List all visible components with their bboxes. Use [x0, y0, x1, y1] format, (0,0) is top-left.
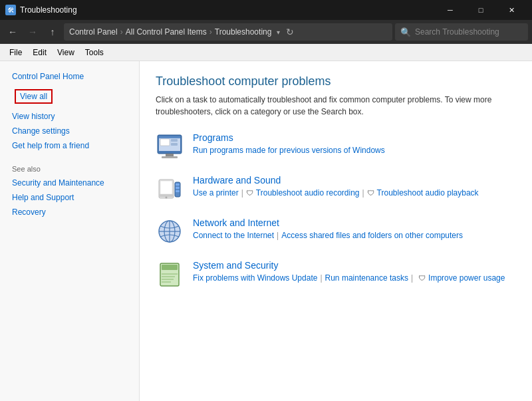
content-area: Troubleshoot computer problems Click on … [140, 61, 532, 401]
svg-rect-9 [160, 181, 172, 194]
hardware-icon [156, 175, 184, 203]
programs-content: Programs Run programs made for previous … [193, 132, 385, 155]
app-icon: 🛠 [5, 5, 16, 15]
hardware-links: Use a printer | 🛡 Troubleshoot audio rec… [193, 188, 479, 198]
hardware-link-audio-rec[interactable]: Troubleshoot audio recording [256, 188, 360, 198]
path-dropdown[interactable]: ▾ [277, 29, 280, 36]
svg-rect-3 [166, 154, 174, 156]
search-icon: 🔍 [400, 27, 411, 37]
menu-edit[interactable]: Edit [27, 46, 52, 59]
sidebar-get-help[interactable]: Get help from a friend [0, 138, 139, 153]
security-icon [156, 260, 184, 288]
path-all-items[interactable]: All Control Panel Items [126, 27, 207, 37]
security-title[interactable]: System and Security [193, 260, 505, 271]
content-description: Click on a task to automatically trouble… [156, 94, 501, 118]
svg-rect-15 [176, 190, 180, 192]
programs-links: Run programs made for previous versions … [193, 146, 385, 155]
search-box: 🔍 [395, 23, 528, 41]
close-button[interactable]: ✕ [496, 0, 527, 20]
security-content: System and Security Fix problems with Wi… [193, 260, 505, 283]
shield-icon-1: 🛡 [246, 189, 253, 197]
network-icon [156, 217, 184, 245]
sidebar: Control Panel Home View all View history… [0, 61, 140, 401]
path-control-panel[interactable]: Control Panel [69, 27, 118, 37]
menu-file[interactable]: File [4, 46, 27, 59]
address-bar: ← → ↑ Control Panel › All Control Panel … [0, 20, 532, 44]
minimize-button[interactable]: ─ [435, 0, 466, 20]
sidebar-change-settings[interactable]: Change settings [0, 124, 139, 138]
svg-rect-10 [159, 194, 174, 197]
title-bar-left: 🛠 Troubleshooting [5, 5, 77, 15]
programs-link-1[interactable]: Run programs made for previous versions … [193, 146, 385, 155]
svg-rect-2 [159, 136, 180, 138]
refresh-button[interactable]: ↻ [283, 25, 297, 39]
sidebar-view-all[interactable]: View all [15, 89, 53, 104]
window-controls: ─ □ ✕ [435, 0, 527, 20]
path-troubleshooting[interactable]: Troubleshooting [215, 27, 272, 37]
sidebar-control-panel-home[interactable]: Control Panel Home [0, 69, 139, 84]
category-programs: Programs Run programs made for previous … [156, 132, 516, 160]
network-link-shared[interactable]: Access shared files and folders on other… [281, 231, 463, 240]
main-layout: Control Panel Home View all View history… [0, 61, 532, 401]
sidebar-help-support[interactable]: Help and Support [0, 190, 139, 205]
menu-tools[interactable]: Tools [80, 46, 109, 59]
menu-bar: File Edit View Tools [0, 44, 532, 61]
category-network: Network and Internet Connect to the Inte… [156, 217, 516, 245]
hardware-link-audio-play[interactable]: Troubleshoot audio playback [377, 188, 479, 198]
svg-rect-14 [176, 187, 180, 189]
menu-view[interactable]: View [52, 46, 80, 59]
security-link-update[interactable]: Fix problems with Windows Update [193, 273, 317, 283]
svg-rect-6 [171, 139, 178, 142]
network-link-connect[interactable]: Connect to the Internet [193, 231, 274, 240]
window-title: Troubleshooting [20, 5, 77, 15]
programs-title[interactable]: Programs [193, 132, 385, 143]
svg-rect-13 [176, 184, 180, 186]
category-hardware: Hardware and Sound Use a printer | 🛡 Tro… [156, 175, 516, 203]
category-security: System and Security Fix problems with Wi… [156, 260, 516, 288]
sidebar-recovery[interactable]: Recovery [0, 205, 139, 219]
hardware-content: Hardware and Sound Use a printer | 🛡 Tro… [193, 175, 479, 198]
security-link-maintenance[interactable]: Run maintenance tasks [325, 273, 408, 283]
title-bar: 🛠 Troubleshooting ─ □ ✕ [0, 0, 532, 20]
up-button[interactable]: ↑ [44, 23, 61, 41]
search-input[interactable] [415, 27, 523, 37]
content-title: Troubleshoot computer problems [156, 74, 516, 88]
see-also-label: See also [0, 162, 139, 176]
hardware-link-printer[interactable]: Use a printer [193, 188, 239, 198]
hardware-title[interactable]: Hardware and Sound [193, 175, 479, 186]
network-title[interactable]: Network and Internet [193, 217, 463, 228]
svg-point-11 [166, 197, 168, 199]
security-link-power[interactable]: Improve power usage [428, 273, 505, 283]
sidebar-security-maintenance[interactable]: Security and Maintenance [0, 176, 139, 190]
back-button[interactable]: ← [4, 23, 21, 41]
network-links: Connect to the Internet | Access shared … [193, 231, 463, 240]
svg-rect-7 [171, 143, 178, 146]
shield-icon-2: 🛡 [367, 189, 374, 197]
svg-rect-5 [160, 139, 170, 146]
security-links: Fix problems with Windows Update | Run m… [193, 273, 505, 283]
address-path: Control Panel › All Control Panel Items … [64, 23, 392, 41]
svg-rect-4 [162, 156, 178, 158]
programs-icon [156, 132, 184, 160]
sidebar-view-history[interactable]: View history [0, 109, 139, 124]
maximize-button[interactable]: □ [466, 0, 496, 20]
forward-button[interactable]: → [24, 23, 41, 41]
shield-icon-3: 🛡 [418, 274, 426, 282]
network-content: Network and Internet Connect to the Inte… [193, 217, 463, 240]
svg-rect-21 [162, 265, 178, 270]
